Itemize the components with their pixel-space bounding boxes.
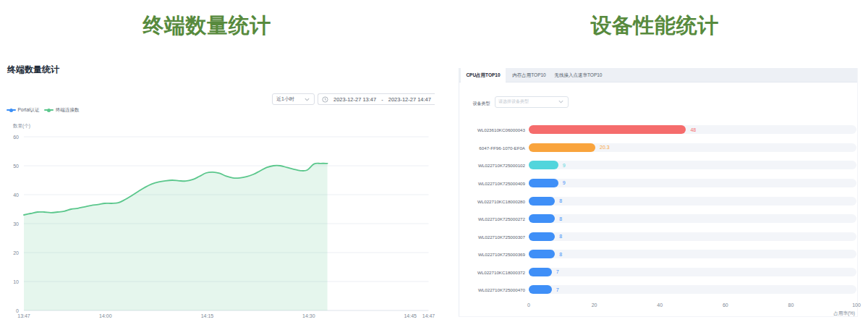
chevron-down-path xyxy=(558,101,562,103)
y-axis-tick-label: 60 xyxy=(13,135,19,140)
bar-value-label: 8 xyxy=(559,198,562,203)
device-type-filter-row: 设备类型 请选择设备类型 xyxy=(459,96,857,109)
legend-label-terminal: 终端连接数 xyxy=(56,107,80,114)
x-axis-tick-label: 14:00 xyxy=(99,313,112,318)
bar-row: 6047-FF96-1070-EF0A20.3 xyxy=(459,143,857,152)
x-axis-tick-label: 0 xyxy=(527,302,530,308)
bar-category-label: WL022710KC18000280 xyxy=(459,199,525,204)
bar-category-label: WL022710KC18000372 xyxy=(459,270,525,275)
x-axis-tick-label: 80 xyxy=(788,302,793,308)
bar-track xyxy=(529,214,856,223)
chart-legend: Portal认证 终端连接数 xyxy=(7,106,84,114)
bar-value-label: 9 xyxy=(563,180,566,185)
bar-track xyxy=(529,143,856,152)
tab-wireless-rate-top10[interactable]: 无线接入点速率TOP10 xyxy=(553,68,604,82)
bar-category-label: WL023610KC06000043 xyxy=(459,127,525,132)
date-range-start[interactable]: 2023-12-27 13:47 xyxy=(333,96,376,103)
bar-fill[interactable] xyxy=(529,232,555,241)
date-range-end[interactable]: 2023-12-27 14:47 xyxy=(388,96,431,103)
legend-marker-portal xyxy=(7,109,16,111)
bar-fill[interactable] xyxy=(529,161,558,169)
series-area-fill xyxy=(24,164,328,310)
bar-track xyxy=(529,197,856,206)
y-axis-tick-label: 10 xyxy=(13,279,19,284)
y-axis-tick-label: 50 xyxy=(13,164,19,169)
bar-value-label: 8 xyxy=(559,252,562,257)
date-range-picker[interactable]: 2023-12-27 13:47 - 2023-12-27 14:47 xyxy=(318,93,435,105)
bar-track xyxy=(529,285,856,294)
bar-value-label: 8 xyxy=(559,216,562,221)
bar-value-label: 20.3 xyxy=(600,145,610,150)
bar-row: WL022710K7250003078 xyxy=(459,232,857,241)
bar-row: WL022710K7250004707 xyxy=(459,285,857,294)
device-type-placeholder: 请选择设备类型 xyxy=(495,98,558,105)
legend-label-portal: Portal认证 xyxy=(18,107,40,114)
chevron-down-path xyxy=(305,98,309,101)
terminal-count-card: 终端数量统计 近1小时 2023-12-27 13:47 - 2023-12-2… xyxy=(0,58,435,330)
legend-marker-terminal xyxy=(44,109,54,111)
bar-row: WL022710K7250004099 xyxy=(459,179,857,187)
y-axis-tick-label: 40 xyxy=(13,192,19,198)
bar-value-label: 7 xyxy=(556,287,559,292)
device-type-label: 设备类型 xyxy=(473,101,490,107)
left-panel-title: 终端数量统计 xyxy=(91,12,323,39)
x-axis-tick-label: 14:45 xyxy=(404,313,417,318)
bar-category-label: WL022710K725000307 xyxy=(459,234,525,240)
bar-track xyxy=(529,179,856,187)
bar-track xyxy=(529,161,856,169)
device-type-select[interactable]: 请选择设备类型 xyxy=(495,96,569,108)
bar-fill[interactable] xyxy=(529,285,552,294)
right-panel-title: 设备性能统计 xyxy=(539,12,770,39)
bar-category-label: 6047-FF96-1070-EF0A xyxy=(459,145,525,151)
legend-item-terminal[interactable]: 终端连接数 xyxy=(44,107,79,114)
bar-category-label: WL022710K725000470 xyxy=(459,287,525,292)
bar-row: WL022710K7250002728 xyxy=(459,214,857,223)
bar-value-label: 48 xyxy=(690,127,696,132)
y-axis-tick-label: 30 xyxy=(13,221,19,227)
bar-fill[interactable] xyxy=(529,125,686,134)
chevron-down-icon xyxy=(558,98,564,105)
x-axis-tick-label: 14:30 xyxy=(302,313,315,318)
tab-bar: CPU占用TOP10 内存占用TOP10 无线接入点速率TOP10 xyxy=(459,68,857,82)
bar-category-label: WL022710K725000369 xyxy=(459,252,525,257)
tab-memory-top10[interactable]: 内存占用TOP10 xyxy=(506,68,553,82)
bar-row: WL022710K7250001029 xyxy=(459,161,857,169)
bar-track xyxy=(529,268,856,276)
bar-row: WL022710K7250003698 xyxy=(459,250,857,258)
date-range-separator: - xyxy=(381,96,383,103)
bar-value-label: 9 xyxy=(563,163,566,168)
bar-fill[interactable] xyxy=(529,250,555,258)
x-axis-tick-label: 14:47 xyxy=(422,313,435,318)
x-axis-tick-label: 40 xyxy=(657,302,663,308)
terminal-count-line-chart: 010203040506013:4714:0014:1514:3014:4514… xyxy=(0,116,435,330)
legend-item-portal[interactable]: Portal认证 xyxy=(7,107,39,114)
bar-track xyxy=(529,232,856,241)
bar-row: WL023610KC0600004348 xyxy=(459,125,857,134)
tab-cpu-top10[interactable]: CPU占用TOP10 xyxy=(461,68,506,83)
x-axis-tick-label: 60 xyxy=(723,302,728,308)
x-axis-unit-label: 占用率(%) xyxy=(833,310,855,317)
device-performance-card: CPU占用TOP10 内存占用TOP10 无线接入点速率TOP10 设备类型 请… xyxy=(459,68,858,317)
clock-hands xyxy=(326,98,326,100)
bar-fill[interactable] xyxy=(529,143,595,152)
y-axis-tick-label: 20 xyxy=(13,250,19,255)
bar-fill[interactable] xyxy=(529,214,555,223)
x-axis-tick-label: 100 xyxy=(852,302,861,308)
y-axis-tick-label: 0 xyxy=(16,308,19,313)
bar-value-label: 8 xyxy=(559,234,562,239)
x-axis-tick-label: 20 xyxy=(592,302,597,308)
bar-category-label: WL022710K725000409 xyxy=(459,181,525,186)
time-range-select-value: 近1小时 xyxy=(273,96,304,103)
bar-fill[interactable] xyxy=(529,179,558,187)
bar-row: WL022710KC180003727 xyxy=(459,268,857,276)
time-range-select[interactable]: 近1小时 xyxy=(272,93,315,105)
x-axis-tick-label: 13:47 xyxy=(17,313,30,318)
bar-track xyxy=(529,250,856,258)
clock-icon xyxy=(322,96,328,103)
bar-row: WL022710KC180002808 xyxy=(459,197,857,206)
chevron-down-icon xyxy=(304,96,310,103)
bar-value-label: 7 xyxy=(556,269,559,274)
bar-fill[interactable] xyxy=(529,268,552,276)
bar-fill[interactable] xyxy=(529,197,555,206)
bar-category-label: WL022710K725000102 xyxy=(459,163,525,168)
